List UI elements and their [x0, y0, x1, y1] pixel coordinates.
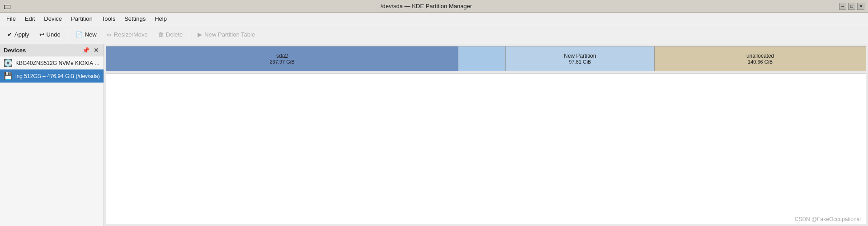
menu-item-settings[interactable]: Settings [120, 14, 150, 23]
sidebar-close-icon[interactable]: ✕ [92, 46, 100, 54]
sidebar-pin-icon[interactable]: 📌 [82, 46, 90, 54]
sidebar: Devices 📌 ✕ 💽KBG40ZNS512G NVMe KIOXIA 51… [0, 44, 104, 226]
delete-icon: 🗑 [158, 31, 164, 38]
resize-icon: ⇔ [107, 31, 112, 38]
new-partition-table-label: New Partition Table [204, 31, 255, 38]
menu-item-partition[interactable]: Partition [66, 14, 97, 23]
maximize-button[interactable]: □ [848, 3, 855, 10]
menu-item-help[interactable]: Help [150, 14, 171, 23]
apply-icon: ✔ [7, 31, 12, 38]
disk-segment-sda2[interactable]: sda2237.97 GiB [106, 46, 458, 71]
window-controls: – □ ✕ [839, 3, 864, 10]
apply-button[interactable]: ✔ Apply [3, 29, 34, 40]
sidebar-item-label: ing 512GB – 476.94 GiB (/dev/sda) [15, 73, 100, 79]
disk-visualization: sda2237.97 GiBNew Partition97.81 GiBunal… [106, 46, 866, 71]
sidebar-item-label: KBG40ZNS512G NVMe KIOXIA 51... [15, 60, 100, 66]
undo-label: Undo [47, 31, 61, 38]
segment-name: New Partition [564, 53, 596, 59]
toolbar-separator-2 [190, 28, 190, 41]
window-title: /dev/sda — KDE Partition Manager [14, 3, 839, 9]
title-bar: 🖴 /dev/sda — KDE Partition Manager – □ ✕ [0, 0, 868, 13]
disk-segment-new-blue[interactable] [458, 46, 506, 71]
segment-size: 97.81 GiB [569, 59, 591, 65]
segment-name: sda2 [276, 53, 288, 59]
disk-segment-new-partition[interactable]: New Partition97.81 GiB [506, 46, 655, 71]
sidebar-header-icons: 📌 ✕ [82, 46, 100, 54]
minimize-button[interactable]: – [839, 3, 846, 10]
new-icon: 📄 [75, 31, 83, 38]
delete-label: Delete [166, 31, 183, 38]
segment-size: 237.97 GiB [269, 59, 294, 65]
toolbar: ✔ Apply ↩ Undo 📄 New ⇔ Resize/Move 🗑 Del… [0, 25, 868, 44]
disk-segment-unallocated[interactable]: unallocated140.66 GiB [655, 46, 866, 71]
undo-icon: ↩ [39, 31, 44, 38]
menu-item-tools[interactable]: Tools [97, 14, 120, 23]
app-icon: 🖴 [4, 2, 11, 10]
menu-bar: FileEditDevicePartitionToolsSettingsHelp [0, 13, 868, 25]
delete-button[interactable]: 🗑 Delete [153, 29, 188, 40]
new-label: New [85, 31, 97, 38]
menu-item-file[interactable]: File [2, 14, 20, 23]
sidebar-title: Devices [4, 47, 26, 54]
undo-button[interactable]: ↩ Undo [35, 29, 65, 40]
sidebar-items: 💽KBG40ZNS512G NVMe KIOXIA 51...💾ing 512G… [0, 56, 104, 83]
apply-label: Apply [14, 31, 29, 38]
new-partition-table-button[interactable]: ▶ New Partition Table [193, 29, 259, 40]
content-area: sda2237.97 GiBNew Partition97.81 GiBunal… [104, 44, 868, 226]
sidebar-item-device-2[interactable]: 💾ing 512GB – 476.94 GiB (/dev/sda) [0, 69, 104, 83]
segment-size: 140.66 GiB [748, 59, 773, 65]
close-button[interactable]: ✕ [857, 3, 864, 10]
new-button[interactable]: 📄 New [71, 29, 101, 40]
menu-item-device[interactable]: Device [39, 14, 66, 23]
watermark: CSDN @FakeOccupational [795, 216, 861, 222]
sidebar-header: Devices 📌 ✕ [0, 44, 104, 56]
resize-label: Resize/Move [114, 31, 148, 38]
device-icon: 💾 [4, 72, 13, 80]
main-area: Devices 📌 ✕ 💽KBG40ZNS512G NVMe KIOXIA 51… [0, 44, 868, 226]
resize-button[interactable]: ⇔ Resize/Move [102, 29, 152, 40]
device-icon: 💽 [4, 59, 13, 67]
toolbar-separator-1 [68, 28, 68, 41]
sidebar-item-device-1[interactable]: 💽KBG40ZNS512G NVMe KIOXIA 51... [0, 56, 104, 69]
segment-name: unallocated [746, 53, 774, 59]
partition-table-container[interactable] [106, 73, 866, 224]
new-partition-table-icon: ▶ [198, 31, 202, 38]
menu-item-edit[interactable]: Edit [20, 14, 39, 23]
